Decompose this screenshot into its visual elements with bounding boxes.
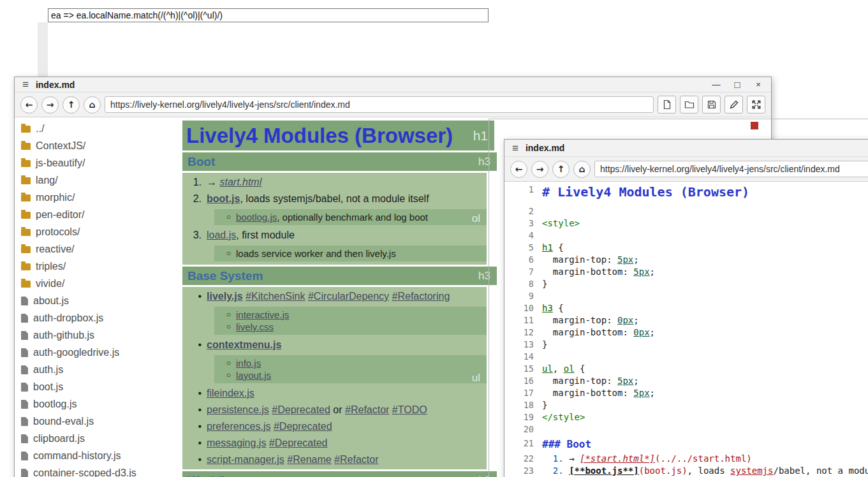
edit-button[interactable] (725, 96, 743, 114)
sidebar-item[interactable]: protocols/ (15, 223, 180, 240)
editor-line[interactable]: 17 margin-bottom: 5px; (504, 387, 868, 399)
md-link[interactable]: #Refactoring (392, 291, 450, 302)
editor-line[interactable]: 6 margin-top: 5px; (504, 254, 868, 266)
editor-line[interactable]: 21### Boot (504, 436, 868, 453)
up-button[interactable]: ↑ (63, 96, 80, 114)
window1-url-input[interactable] (105, 96, 654, 113)
md-link[interactable]: script-manager.js (207, 454, 284, 465)
md-link[interactable]: #Refactor (345, 404, 389, 415)
minimize-button[interactable]: — (711, 80, 721, 89)
up-button[interactable]: ↑ (552, 161, 570, 178)
editor-line[interactable]: 11 margin-top: 0px; (504, 314, 868, 327)
open-folder-button[interactable] (680, 96, 698, 114)
md-link[interactable]: info.js (236, 358, 261, 369)
sidebar-item[interactable]: vivide/ (15, 275, 180, 292)
md-link[interactable]: persistence.js (207, 404, 269, 415)
editor-line[interactable]: 7 margin-bottom: 5px; (504, 266, 868, 278)
sidebar-item[interactable]: auth-github.js (15, 327, 180, 344)
md-link[interactable]: #Deprecated (272, 404, 330, 415)
sidebar-item[interactable]: auth-dropbox.js (15, 309, 180, 327)
md-list-ul: •lively.js #KitchenSink #CircularDepency… (182, 287, 487, 469)
md-link[interactable]: #KitchenSink (246, 291, 305, 302)
sidebar-item[interactable]: auth.js (15, 361, 180, 378)
home-button[interactable]: ⌂ (573, 161, 591, 178)
md-link[interactable]: lively.css (236, 321, 274, 332)
back-button[interactable]: ← (20, 96, 38, 114)
new-file-button[interactable] (658, 96, 676, 114)
editor-line[interactable]: 15ul, ol { (504, 363, 868, 375)
md-link[interactable]: fileindex.js (207, 388, 254, 399)
editor-line[interactable]: 2 (504, 205, 868, 217)
sidebar-item[interactable]: bound-eval.js (15, 413, 180, 430)
md-link[interactable]: load.js (207, 230, 236, 240)
editor-line[interactable]: 12 margin-bottom: 0px; (504, 327, 868, 339)
md-link[interactable]: layout.js (236, 370, 271, 381)
md-link[interactable]: interactive.js (236, 309, 289, 320)
sidebar-item[interactable]: container-scoped-d3.js (15, 464, 180, 477)
md-link[interactable]: #CircularDepency (308, 291, 389, 302)
md-link[interactable]: #TODO (392, 404, 427, 415)
sidebar-item[interactable]: command-history.js (15, 447, 180, 464)
window2-url-input[interactable] (594, 161, 868, 177)
code-editor[interactable]: 1# Lively4 Modules (Browser)23<style>45h… (504, 180, 868, 477)
fullscreen-icon (751, 99, 761, 110)
sidebar-item[interactable]: about.js (15, 292, 180, 309)
folder-icon (21, 160, 31, 167)
editor-line[interactable]: 13} (504, 339, 868, 351)
editor-line[interactable]: 23 2. [**boot.js**](boot.js), loads syst… (504, 465, 868, 477)
back-button[interactable]: ← (510, 161, 527, 178)
md-link[interactable]: #Deprecated (269, 437, 328, 448)
sidebar-item[interactable]: lang/ (15, 172, 180, 189)
sidebar-item[interactable]: ../ (15, 120, 180, 137)
sidebar-item[interactable]: boot.js (15, 378, 180, 395)
sidebar-item[interactable]: js-beautify/ (15, 154, 180, 172)
element-filter-input[interactable] (48, 8, 489, 22)
sidebar-item[interactable]: auth-googledrive.js (15, 344, 180, 361)
window1-titlebar[interactable]: ≡ index.md — □ × (15, 77, 771, 92)
md-link[interactable]: #Rename (287, 454, 331, 465)
md-link[interactable]: boot.js (207, 193, 240, 204)
save-button[interactable] (702, 96, 721, 114)
editor-line[interactable]: 14 (504, 351, 868, 363)
close-button[interactable]: × (753, 80, 763, 89)
sidebar-item[interactable]: ContextJS/ (15, 137, 180, 154)
heading-text: Lively4 Modules (Browser) (186, 124, 453, 147)
maximize-button[interactable]: □ (732, 80, 742, 89)
markdown-view: Lively4 Modules (Browser)h1Booth31.→ sta… (182, 121, 487, 477)
editor-line[interactable]: 9 (504, 290, 868, 302)
editor-line[interactable]: 4 (504, 230, 868, 242)
sidebar-item-label: clipboard.js (33, 433, 85, 444)
sidebar-item[interactable]: pen-editor/ (15, 206, 180, 223)
forward-button[interactable]: → (531, 161, 548, 178)
editor-line[interactable]: 20 (504, 423, 868, 436)
editor-line[interactable]: 16 margin-top: 5px; (504, 375, 868, 387)
sidebar-item[interactable]: reactive/ (15, 240, 180, 258)
md-link[interactable]: messaging.js (207, 437, 266, 448)
line-number: 6 (504, 254, 542, 266)
editor-line[interactable]: 5h1 { (504, 242, 868, 254)
sidebar-item[interactable]: clipboard.js (15, 430, 180, 447)
forward-button[interactable]: → (41, 96, 59, 114)
md-link[interactable]: preferences.js (207, 421, 271, 432)
editor-line[interactable]: 22 1. → [*start.html*](../../start.html) (504, 453, 868, 465)
md-link[interactable]: #Refactor (334, 454, 378, 465)
sidebar-item[interactable]: morphic/ (15, 189, 180, 206)
md-link[interactable]: contextmenu.js (207, 339, 281, 350)
md-link[interactable]: bootlog.js (236, 212, 277, 223)
editor-line[interactable]: 18} (504, 399, 868, 411)
editor-line[interactable]: 10h3 { (504, 302, 868, 314)
menu-icon[interactable]: ≡ (22, 79, 29, 90)
md-link[interactable]: start.html (219, 177, 261, 187)
editor-line[interactable]: 8} (504, 278, 868, 290)
menu-icon[interactable]: ≡ (512, 143, 519, 154)
fullscreen-button[interactable] (747, 96, 765, 114)
home-button[interactable]: ⌂ (84, 96, 101, 114)
editor-line[interactable]: 3<style> (504, 217, 868, 230)
md-link[interactable]: lively.js (207, 291, 243, 302)
sidebar-item[interactable]: triples/ (15, 258, 180, 275)
sidebar-item[interactable]: bootlog.js (15, 395, 180, 413)
window2-titlebar[interactable]: ≡ index.md (504, 140, 868, 157)
md-link[interactable]: #Deprecated (274, 421, 332, 432)
editor-line[interactable]: 19</style> (504, 411, 868, 423)
editor-line[interactable]: 1# Lively4 Modules (Browser) (504, 182, 868, 205)
